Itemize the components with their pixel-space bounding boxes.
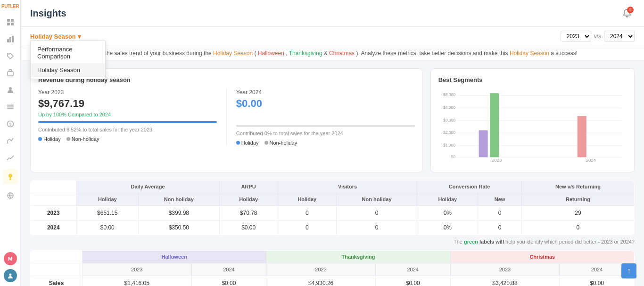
sidebar-icon-globe[interactable] bbox=[3, 188, 18, 203]
td-2024-daily-non: $350.50 bbox=[139, 221, 220, 235]
th-thanksgiving-2023: 2023 bbox=[266, 263, 376, 276]
info-holiday-link[interactable]: Holiday Season bbox=[213, 50, 253, 57]
season-dropdown[interactable]: Holiday Season ▾ bbox=[30, 33, 81, 40]
sidebar-icon-chart[interactable] bbox=[3, 32, 18, 47]
season-label: Holiday Season bbox=[30, 33, 76, 40]
th-thanksgiving-2024: 2024 bbox=[375, 263, 450, 276]
revenue-year1: Year 2023 $9,767.19 Up by 100% Compared … bbox=[38, 89, 217, 146]
hint-rest: help you identify which period did bette… bbox=[505, 239, 635, 245]
sidebar-icon-person[interactable] bbox=[3, 82, 18, 98]
th-christmas: Christmas bbox=[450, 251, 634, 263]
svg-rect-10 bbox=[7, 105, 14, 106]
sidebar-icon-trend[interactable] bbox=[3, 150, 18, 165]
td-2023-visitors-holiday: 0 bbox=[278, 206, 336, 221]
year-to-select[interactable]: 2024 2023 bbox=[604, 31, 635, 42]
td-2024-conv: 0% bbox=[417, 221, 478, 235]
th-ht-empty bbox=[31, 251, 83, 263]
main-content: Insights 2 Holiday Season ▾ Performance … bbox=[21, 0, 644, 286]
th-conversion: Conversion Rate bbox=[417, 180, 522, 193]
table-row: 2024 $0.00 $350.50 $0.00 0 0 0% 0 0 bbox=[31, 221, 635, 235]
year-from-select[interactable]: 2023 2022 bbox=[561, 31, 591, 42]
info-thanksgiving-link[interactable]: Thanksgiving bbox=[289, 50, 322, 57]
th-returning: Returning bbox=[521, 193, 634, 206]
year1-contribution: Contributed 6.52% to total sales for the… bbox=[38, 127, 217, 132]
td-halloween-2024: $0.00 bbox=[191, 276, 266, 286]
year2-label: Year 2024 bbox=[236, 89, 415, 96]
app-logo: PUTLER bbox=[1, 4, 19, 9]
notification-button[interactable]: 2 bbox=[619, 6, 635, 21]
th-conv-holiday: Holiday bbox=[417, 193, 478, 206]
th-new: New bbox=[478, 193, 522, 206]
svg-rect-5 bbox=[9, 37, 11, 42]
year1-up: Up by 100% Compared to 2024 bbox=[38, 112, 217, 117]
header-right: 2 bbox=[619, 6, 635, 21]
sidebar-icon-tag[interactable] bbox=[3, 49, 18, 64]
scroll-top-button[interactable]: ↑ bbox=[621, 263, 636, 278]
year1-legend: Holiday Non-holiday bbox=[38, 136, 217, 142]
td-christmas-2023: $3,420.88 bbox=[450, 276, 560, 286]
info-halloween-link[interactable]: Halloween bbox=[258, 50, 284, 57]
sidebar-icon-bar[interactable] bbox=[3, 133, 18, 148]
sidebar-icon-box[interactable] bbox=[3, 65, 18, 81]
info-holiday2-link[interactable]: Holiday Season bbox=[510, 50, 549, 57]
td-2023-conv: 0% bbox=[417, 206, 478, 221]
svg-text:$: $ bbox=[9, 122, 11, 127]
svg-rect-8 bbox=[8, 72, 13, 76]
legend-holiday1: Holiday bbox=[38, 136, 61, 142]
info-paren: ( bbox=[254, 50, 256, 57]
svg-text:$4,000: $4,000 bbox=[443, 105, 455, 110]
svg-text:2023: 2023 bbox=[492, 157, 502, 163]
sidebar-icon-dollar[interactable]: $ bbox=[3, 116, 18, 131]
hint-bold: labels will bbox=[479, 239, 504, 245]
th-arpu-holiday: Holiday bbox=[219, 193, 278, 206]
year-selectors: 2023 2022 v/s 2024 2023 bbox=[561, 31, 635, 42]
td-sales-label: Sales bbox=[31, 276, 83, 286]
metrics-table: Daily Average ARPU Visitors Conversion R… bbox=[30, 180, 635, 235]
year1-label: Year 2023 bbox=[38, 89, 217, 96]
th-daily-holiday: Holiday bbox=[76, 193, 139, 206]
dropdown-item-holiday[interactable]: Holiday Season bbox=[31, 63, 105, 77]
legend-nonholiday2: Non-holiday bbox=[264, 140, 297, 146]
info-christmas-link[interactable]: Christmas bbox=[329, 50, 355, 57]
td-halloween-2023: $1,416.05 bbox=[83, 276, 192, 286]
avatar-user1[interactable]: M bbox=[4, 252, 17, 265]
legend-nonholiday1: Non-holiday bbox=[66, 136, 99, 142]
sidebar-icon-bulb[interactable] bbox=[3, 169, 18, 184]
row-year-2023: 2023 bbox=[31, 206, 76, 221]
revenue-divider bbox=[226, 89, 227, 146]
svg-rect-11 bbox=[7, 106, 14, 107]
filter-bar: Holiday Season ▾ Performance Comparison … bbox=[21, 27, 644, 46]
sidebar-icon-list[interactable] bbox=[3, 99, 18, 114]
td-2023-arpu: $70.78 bbox=[219, 206, 278, 221]
info-amp: & bbox=[324, 50, 329, 57]
svg-point-9 bbox=[9, 87, 12, 90]
notification-badge: 2 bbox=[627, 7, 634, 13]
th-empty2 bbox=[31, 193, 76, 206]
revenue-section: Revenue during holiday season Year 2023 … bbox=[30, 68, 635, 172]
th-empty bbox=[31, 180, 76, 193]
th-new-returning: New v/s Returning bbox=[521, 180, 634, 193]
dropdown-item-performance[interactable]: Performance Comparison bbox=[31, 42, 105, 63]
info-end: a success! bbox=[551, 50, 578, 57]
svg-rect-12 bbox=[7, 108, 14, 109]
avatar-user2[interactable] bbox=[4, 269, 17, 282]
td-2024-daily-holiday: $0.00 bbox=[76, 221, 139, 235]
td-2024-visitors-holiday: 0 bbox=[278, 221, 336, 235]
info-text-prefix: Here's the sales trend of your business … bbox=[87, 50, 213, 57]
year2-amount: $0.00 bbox=[236, 98, 415, 110]
year2-contribution: Contributed 0% to total sales for the ye… bbox=[236, 131, 415, 136]
sidebar-icon-grid[interactable] bbox=[3, 15, 18, 30]
page-content: Revenue during holiday season Year 2023 … bbox=[21, 61, 644, 286]
best-segments-title: Best Segments bbox=[438, 76, 627, 83]
th-arpu: ARPU bbox=[219, 180, 278, 193]
td-2024-visitors-non: 0 bbox=[336, 221, 417, 235]
td-2024-arpu: $0.00 bbox=[219, 221, 278, 235]
table-row: 2023 $651.15 $399.98 $70.78 0 0 0% 0 29 bbox=[31, 206, 635, 221]
info-bar: Here's the sales trend of your business … bbox=[21, 46, 644, 61]
year2-legend: Holiday Non-holiday bbox=[236, 140, 415, 146]
th-daily-average: Daily Average bbox=[76, 180, 219, 193]
svg-point-17 bbox=[9, 274, 11, 276]
svg-rect-30 bbox=[479, 131, 487, 157]
page-header: Insights 2 bbox=[21, 0, 644, 27]
hint-text: The green labels will help you identify … bbox=[30, 239, 635, 245]
